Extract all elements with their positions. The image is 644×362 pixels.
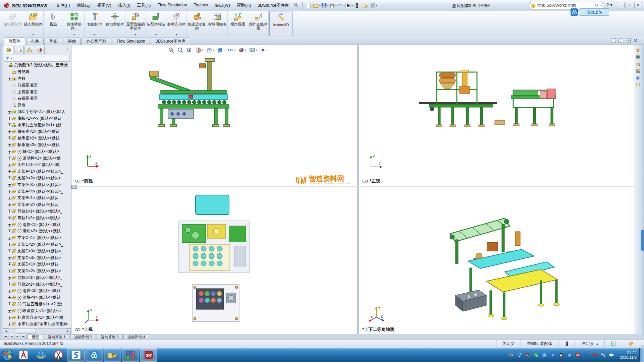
show-hidden-button[interactable]: 显示隐藏的零部件▾ bbox=[125, 11, 146, 37]
expand-toggle[interactable] bbox=[8, 236, 11, 240]
file-properties-icon[interactable] bbox=[361, 2, 369, 9]
model-tab-模型[interactable]: 模型 bbox=[28, 334, 43, 340]
featuremanager-tab[interactable] bbox=[4, 46, 13, 54]
section-view-icon[interactable]: ▾ bbox=[194, 46, 204, 54]
expand-toggle[interactable] bbox=[8, 150, 11, 154]
tree-item[interactable]: 支架C<2> (默认<<默认>_ bbox=[3, 241, 71, 248]
tree-item[interactable]: 支架D<1> (默认<<默认 bbox=[3, 261, 71, 268]
expand-toggle[interactable] bbox=[8, 262, 11, 266]
dropdown-caret-icon[interactable]: ▾ bbox=[176, 33, 177, 36]
tree-item[interactable]: 原点 bbox=[3, 102, 71, 109]
tray-volume-icon[interactable] bbox=[609, 352, 614, 358]
expand-toggle[interactable] bbox=[8, 309, 11, 313]
dropdown-caret-icon[interactable]: ▾ bbox=[33, 33, 34, 36]
taskbar-app-browser-globe[interactable] bbox=[33, 349, 49, 361]
configurationmanager-tab[interactable] bbox=[24, 46, 34, 54]
drag-upload-button[interactable]: 拖拽上传 bbox=[580, 8, 609, 16]
viewport-isometric[interactable]: YXZ *上下二等角轴测 bbox=[359, 187, 635, 334]
tray-network-icon[interactable] bbox=[600, 352, 606, 358]
vertical-splitter[interactable] bbox=[357, 45, 359, 334]
tree-item[interactable]: 礼盒盖容器<1> (默认<<默 bbox=[3, 314, 71, 321]
menu-flow-simulation[interactable]: Flow Simulation bbox=[154, 2, 190, 9]
taskbar-app-sogou-browser[interactable] bbox=[67, 348, 85, 362]
bom-button[interactable]: 材料明细表 bbox=[207, 11, 228, 37]
smart-fasteners-button[interactable]: 智能扣件▾ bbox=[85, 11, 105, 37]
tag-icon[interactable] bbox=[622, 340, 639, 348]
viewport-front[interactable]: ▾▾▾▾▾▾▾ bbox=[71, 45, 357, 186]
close-button[interactable]: ✕ bbox=[634, 2, 642, 8]
tree-item[interactable]: 右视基准面 bbox=[3, 95, 71, 102]
options-icon[interactable]: ▾ bbox=[369, 2, 377, 9]
tray-security-shield-icon[interactable] bbox=[567, 352, 573, 358]
tree-item[interactable]: 支架C<4> (默认<<默认>_ bbox=[3, 254, 71, 261]
viewport-top[interactable]: YX *上视 bbox=[71, 187, 357, 334]
expand-toggle[interactable] bbox=[8, 190, 11, 193]
model-tab-运动算例 1[interactable]: 运动算例 1 bbox=[44, 334, 69, 340]
expand-toggle[interactable] bbox=[8, 302, 11, 306]
model-tab-运动算例 2[interactable]: 运动算例 2 bbox=[70, 334, 96, 340]
tree-filter-bar[interactable]: ▾ bbox=[4, 55, 70, 62]
apply-scene-icon[interactable]: ▾ bbox=[248, 46, 258, 54]
solidworks-resources-icon[interactable] bbox=[636, 48, 640, 52]
tray-show-hidden-icons-icon[interactable] bbox=[517, 352, 522, 358]
tree-item[interactable]: (-) 滑块<1> (默认<<默认 bbox=[3, 221, 71, 228]
tray-red-horn-icon[interactable] bbox=[592, 352, 598, 358]
scroll-thumb[interactable] bbox=[16, 329, 36, 334]
zoom-fit-icon[interactable] bbox=[167, 46, 175, 54]
tree-item[interactable]: (固定) 骨架<1> (默认<默认 bbox=[3, 109, 71, 115]
model-tab-运动算例 3[interactable]: 运动算例 3 bbox=[97, 334, 122, 340]
expand-toggle[interactable] bbox=[8, 163, 11, 167]
expand-toggle[interactable] bbox=[8, 110, 11, 114]
taskbar-app-baidu-cloud[interactable] bbox=[86, 348, 103, 362]
hide-show-items-icon[interactable]: ▾ bbox=[226, 46, 236, 54]
tree-item[interactable]: 导轨2<1> (默认<<默认>_ bbox=[3, 275, 71, 281]
status-自定义[interactable]: 自定义▲ bbox=[576, 340, 604, 348]
expand-toggle[interactable] bbox=[8, 243, 11, 246]
design-library-icon[interactable] bbox=[636, 55, 640, 59]
expand-toggle[interactable] bbox=[8, 289, 11, 293]
tree-item[interactable]: 水果礼盒盖^水果礼盒装配体 bbox=[3, 321, 71, 327]
zoom-to-area-icon[interactable] bbox=[176, 46, 184, 54]
search-icon[interactable] bbox=[595, 3, 599, 8]
expand-toggle[interactable] bbox=[8, 276, 11, 280]
assembly-features-button[interactable]: 装配体特征▾ bbox=[146, 11, 166, 37]
expand-toggle[interactable] bbox=[8, 143, 11, 147]
open-icon[interactable]: ▾ bbox=[313, 2, 321, 9]
tree-item[interactable]: 导轨1<2> (默认<<默认>_ bbox=[3, 215, 71, 221]
view-orientation-icon[interactable]: ▾ bbox=[205, 46, 215, 54]
expand-toggle[interactable] bbox=[8, 249, 11, 253]
tree-item[interactable]: 轴承座<1> (默认<<默认 bbox=[3, 128, 71, 135]
status-caret[interactable]: ▲ bbox=[596, 342, 598, 345]
two-view-icon[interactable] bbox=[618, 38, 624, 44]
help-question-icon[interactable]: ? bbox=[604, 340, 622, 348]
appearances-scenes-icon[interactable] bbox=[636, 76, 640, 80]
scroll-right-button[interactable]: ▶ bbox=[65, 328, 71, 334]
reference-geometry-button[interactable]: 参考几何体▾ bbox=[166, 11, 187, 37]
tree-item[interactable]: (-) 滑块<4> (默认<<默认 bbox=[3, 294, 71, 301]
taskbar-app-screenshot-tool[interactable] bbox=[50, 349, 67, 361]
taskbar-app-autocad[interactable] bbox=[15, 349, 32, 361]
tree-item[interactable]: (-) 轴<1> (默认<<默认> bbox=[3, 148, 71, 155]
tree-item[interactable]: 零件1<1>->? (默认<<默 bbox=[3, 162, 71, 168]
file-explorer-icon[interactable] bbox=[636, 62, 640, 66]
horizontal-splitter[interactable] bbox=[71, 186, 635, 187]
custom-properties-icon[interactable] bbox=[636, 83, 640, 87]
expand-toggle[interactable] bbox=[8, 209, 11, 213]
expand-toggle[interactable] bbox=[8, 183, 11, 187]
menu-3dsource[interactable]: 3DSource零件库 bbox=[254, 2, 292, 9]
previous-view-icon[interactable] bbox=[185, 46, 194, 54]
tree-item[interactable]: 支架B<2> (默认<<默认 bbox=[3, 201, 71, 208]
tree-item[interactable]: 支架A<3> (默认<<默认>_ bbox=[3, 181, 71, 188]
propertymanager-tab[interactable] bbox=[14, 46, 24, 54]
expand-toggle[interactable] bbox=[8, 223, 11, 227]
tray-keyboard-icon[interactable] bbox=[508, 352, 514, 358]
menu-insert[interactable]: 插入(I) bbox=[115, 2, 134, 9]
model-tab-nav-3[interactable]: ▶| bbox=[21, 334, 26, 339]
new-document-icon[interactable] bbox=[305, 2, 313, 9]
insert-component-button[interactable]: 插入零部件▾ bbox=[23, 11, 44, 37]
tree-item[interactable]: 轴承座<2> (默认<<默认 bbox=[3, 135, 71, 142]
tab-3DSource零件库[interactable]: 3DSource零件库 bbox=[151, 38, 190, 45]
tray-cut-disabled-icon[interactable] bbox=[584, 352, 589, 358]
tree-item[interactable]: (-) 吸盘接头<1> (默认<< bbox=[3, 307, 71, 314]
dropdown-caret-icon[interactable]: ▾ bbox=[135, 33, 136, 36]
